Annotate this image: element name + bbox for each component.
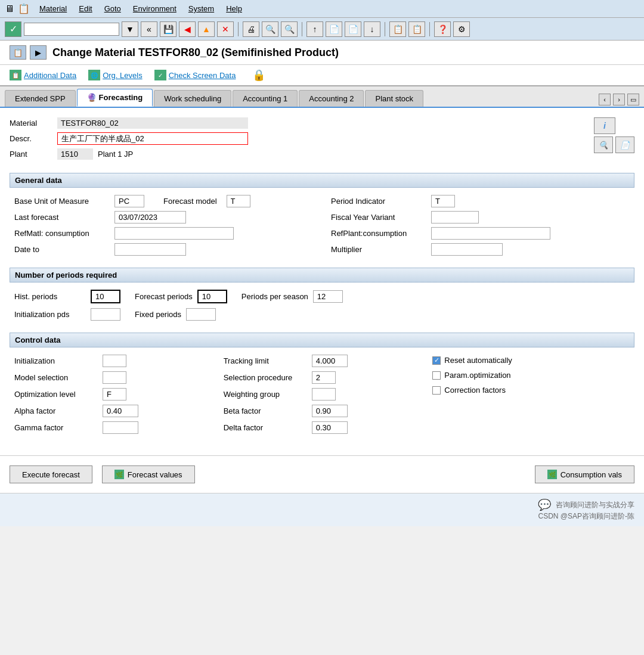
delta-factor-input[interactable] — [312, 421, 348, 434]
tab-plant-stock[interactable]: Plant stock — [365, 90, 423, 107]
init-pds-label: Initialization pds — [14, 310, 86, 319]
layout-btn1[interactable]: 📋 — [389, 21, 406, 37]
gamma-factor-row: Gamma factor — [14, 421, 212, 434]
descr-label: Descr. — [10, 134, 57, 143]
print-btn[interactable]: 🖨 — [243, 21, 259, 37]
next-btn[interactable]: 📄 — [345, 21, 361, 37]
tab-accounting-1[interactable]: Accounting 1 — [233, 90, 298, 107]
tab-bar: Extended SPP 🔮 Forecasting Work scheduli… — [0, 86, 644, 108]
model-selection-row: Model selection — [14, 371, 212, 384]
info-btn[interactable]: i — [594, 117, 615, 134]
sep4 — [429, 22, 430, 36]
tab-forecasting[interactable]: 🔮 Forecasting — [77, 89, 153, 107]
last-forecast-label: Last forecast — [14, 213, 110, 222]
alpha-factor-input[interactable] — [103, 405, 138, 417]
undo-btn[interactable]: ◀ — [179, 21, 196, 37]
forecast-model-input[interactable] — [227, 195, 250, 207]
tab-navigation: ‹ › ▭ — [599, 94, 639, 107]
tab-accounting-2[interactable]: Accounting 2 — [299, 90, 364, 107]
hist-periods-input[interactable] — [91, 290, 120, 303]
cancel-btn[interactable]: ✕ — [217, 21, 234, 37]
find-btn[interactable]: 🔍 — [262, 21, 278, 37]
last-btn[interactable]: ↓ — [364, 21, 380, 37]
command-input[interactable] — [24, 23, 119, 36]
tab-menu-btn[interactable]: ▭ — [627, 94, 639, 105]
additional-data-btn[interactable]: 📋 Additional Data — [10, 70, 76, 80]
control-middle-col: Tracking limit Selection procedure Weigh… — [224, 355, 421, 434]
periods-header: Number of periods required — [10, 268, 634, 283]
menu-help[interactable]: Help — [224, 4, 244, 13]
menu-system[interactable]: System — [186, 4, 216, 13]
execute-forecast-btn[interactable]: Execute forecast — [10, 465, 92, 483]
save-btn[interactable]: 💾 — [160, 21, 177, 37]
tab-prev-btn[interactable]: ‹ — [599, 94, 611, 105]
param-optimization-checkbox[interactable] — [432, 371, 441, 380]
reset-auto-checkbox[interactable]: ✓ — [432, 356, 441, 365]
doc-btn[interactable]: 📄 — [615, 136, 634, 153]
search-btn[interactable]: 🔍 — [594, 136, 613, 153]
menu-material[interactable]: Material — [37, 4, 69, 13]
sep1 — [238, 22, 239, 36]
ref-plant-input[interactable] — [431, 227, 550, 240]
periods-per-season-label: Periods per season — [242, 292, 308, 301]
title-icon-2[interactable]: ▶ — [30, 45, 47, 60]
tab-work-scheduling[interactable]: Work scheduling — [154, 90, 231, 107]
model-selection-input[interactable] — [103, 371, 126, 384]
periods-body: Hist. periods Forecast periods Periods p… — [10, 287, 634, 323]
forecast-periods-input[interactable] — [197, 290, 227, 303]
init-pds-input[interactable] — [91, 308, 120, 321]
history-btn[interactable]: ▼ — [122, 21, 138, 37]
base-unit-input[interactable] — [114, 195, 144, 207]
descr-row: Descr. — [10, 132, 248, 145]
correction-factors-label: Correction factors — [444, 386, 506, 395]
org-levels-btn[interactable]: 🌐 Org. Levels — [88, 70, 142, 80]
tab-next-btn[interactable]: › — [613, 94, 625, 105]
menu-goto[interactable]: Goto — [102, 4, 123, 13]
menu-environment[interactable]: Environment — [131, 4, 179, 13]
periods-per-season-input[interactable] — [313, 290, 343, 303]
material-row: Material TESTFOR80_02 — [10, 117, 248, 129]
alpha-factor-label: Alpha factor — [14, 406, 98, 415]
last-forecast-input[interactable] — [114, 211, 186, 223]
first-btn[interactable]: ↑ — [306, 21, 323, 37]
optimization-level-input[interactable] — [103, 388, 126, 401]
descr-input[interactable] — [57, 132, 248, 145]
forecast-values-btn[interactable]: 🌿 Forecast values — [102, 465, 195, 483]
optimization-level-label: Optimization level — [14, 390, 98, 399]
watermark: 💬 咨询顾问进阶与实战分享 CSDN @SAP咨询顾问进阶-陈 — [0, 493, 644, 526]
fiscal-year-input[interactable] — [431, 211, 479, 223]
up-btn[interactable]: ▲ — [198, 21, 215, 37]
forecast-periods-label: Forecast periods — [135, 292, 193, 301]
correction-factors-checkbox[interactable] — [432, 386, 441, 395]
base-unit-label: Base Unit of Measure — [14, 197, 110, 206]
consumption-vals-btn[interactable]: 🌿 Consumption vals — [535, 465, 634, 483]
help-btn[interactable]: ❓ — [434, 21, 451, 37]
delta-factor-label: Delta factor — [224, 423, 307, 432]
tab-forecasting-icon: 🔮 — [87, 93, 97, 102]
beta-factor-input[interactable] — [312, 405, 348, 417]
ref-matl-input[interactable] — [114, 227, 234, 240]
find-next-btn[interactable]: 🔍 — [281, 21, 298, 37]
fixed-periods-label: Fixed periods — [135, 310, 181, 319]
layout-btn2[interactable]: 📋 — [408, 21, 425, 37]
back-button[interactable]: ✓ — [5, 21, 21, 37]
hist-periods-label: Hist. periods — [14, 292, 86, 301]
date-to-input[interactable] — [114, 243, 186, 256]
multiplier-input[interactable] — [431, 243, 503, 256]
tab-extended-spp[interactable]: Extended SPP — [5, 90, 76, 107]
selection-procedure-input[interactable] — [312, 371, 336, 384]
gamma-factor-input[interactable] — [103, 421, 138, 434]
period-indicator-row: Period Indicator — [331, 195, 630, 207]
beta-factor-row: Beta factor — [224, 405, 421, 417]
initialization-input[interactable] — [103, 355, 126, 367]
plant-row: Plant 1510 Plant 1 JP — [10, 148, 248, 160]
fixed-periods-input[interactable] — [186, 308, 216, 321]
period-indicator-input[interactable] — [431, 195, 455, 207]
weighting-group-input[interactable] — [312, 388, 336, 401]
menu-edit[interactable]: Edit — [76, 4, 94, 13]
prev-btn[interactable]: 📄 — [326, 21, 342, 37]
tracking-limit-input[interactable] — [312, 355, 348, 367]
nav-prev-btn[interactable]: « — [141, 21, 157, 37]
check-screen-data-btn[interactable]: ✓ Check Screen Data — [154, 70, 236, 80]
settings-btn[interactable]: ⚙ — [453, 21, 470, 37]
